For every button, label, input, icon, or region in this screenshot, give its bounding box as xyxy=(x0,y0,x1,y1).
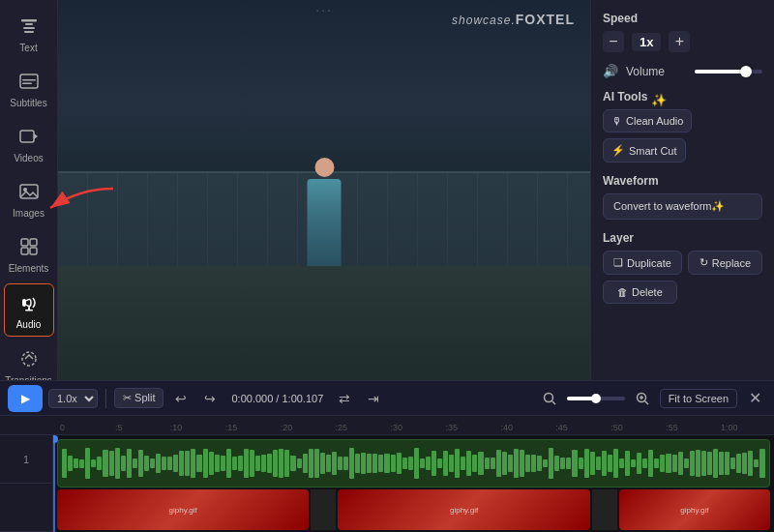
smart-cut-label: Smart Cut xyxy=(629,145,677,157)
undo-icon: ↩ xyxy=(175,391,187,406)
sidebar-item-text[interactable]: Text xyxy=(4,8,54,59)
sidebar-item-audio[interactable]: Audio xyxy=(4,283,54,337)
waveform-bar xyxy=(279,449,283,477)
waveform-bar xyxy=(290,456,295,471)
zoom-in-button[interactable] xyxy=(631,387,654,410)
waveform-bar xyxy=(631,459,636,468)
close-button[interactable]: ✕ xyxy=(743,387,766,410)
sidebar-item-transitions[interactable]: Transitions xyxy=(4,340,54,380)
waveform-bar xyxy=(648,450,653,477)
zoom-search-button[interactable] xyxy=(538,387,561,410)
sidebar-item-videos[interactable]: Videos xyxy=(4,118,54,169)
waveform-bar xyxy=(713,449,718,477)
transitions-icon xyxy=(18,348,40,372)
gif-clip-3[interactable]: giphy.gif xyxy=(338,489,589,530)
clean-audio-button[interactable]: 🎙 Clean Audio xyxy=(603,109,692,133)
waveform-bar xyxy=(531,455,536,471)
waveform-bar xyxy=(491,458,495,468)
waveform-bar xyxy=(725,452,729,475)
svg-rect-6 xyxy=(22,83,32,85)
waveform-bar xyxy=(485,458,490,468)
subtitles-icon xyxy=(18,71,40,95)
waveform-bar xyxy=(167,457,172,471)
convert-waveform-button[interactable]: Convert to waveform✨ xyxy=(603,193,762,220)
waveform-bar xyxy=(238,456,243,471)
smart-cut-icon: ⚡ xyxy=(611,144,625,157)
speed-plus-button[interactable]: + xyxy=(669,31,690,52)
waveform-bar xyxy=(478,452,483,475)
waveform-bar xyxy=(432,451,436,476)
svg-rect-1 xyxy=(25,23,33,25)
zoom-slider[interactable] xyxy=(567,397,625,400)
volume-slider[interactable] xyxy=(695,70,762,74)
waveform-bar xyxy=(402,458,407,469)
waveform-bar xyxy=(179,451,184,475)
smart-cut-button[interactable]: ⚡ Smart Cut xyxy=(603,138,686,163)
waveform-bar xyxy=(461,457,465,471)
replace-button[interactable]: ↻ Replace xyxy=(688,251,762,275)
undo-button[interactable]: ↩ xyxy=(169,387,193,410)
waveform-bar xyxy=(109,451,114,475)
track-label-gif xyxy=(0,484,52,532)
sidebar-item-images[interactable]: Images xyxy=(4,173,54,224)
speed-select[interactable]: 1.0x 0.5x 1.5x 2.0x xyxy=(48,389,98,408)
waveform-bar xyxy=(678,452,683,476)
fit-screen-button[interactable]: Fit to Screen xyxy=(660,389,737,408)
audio-track[interactable] xyxy=(57,439,770,488)
play-button[interactable]: ▶ xyxy=(8,385,43,412)
duplicate-button[interactable]: ❑ Duplicate xyxy=(603,251,682,275)
layer-buttons: ❑ Duplicate ↻ Replace 🗑 Delete xyxy=(603,251,762,304)
waveform-bar xyxy=(79,459,84,468)
gif-clip-2[interactable] xyxy=(311,489,336,530)
waveform-bar xyxy=(162,457,166,470)
waveform-bar xyxy=(349,448,354,478)
waveform-bar xyxy=(150,458,155,468)
ai-sparkle-icon: ✨ xyxy=(651,93,667,107)
sidebar-item-subtitles[interactable]: Subtitles xyxy=(4,63,54,114)
gif-clip-4[interactable] xyxy=(592,489,617,530)
link-icon: ⇄ xyxy=(339,391,350,406)
jump-button[interactable]: ⇥ xyxy=(362,387,385,410)
waveform-bar xyxy=(701,451,706,476)
svg-line-30 xyxy=(644,400,648,404)
waveform-bar xyxy=(255,456,260,472)
waveform-bar xyxy=(303,454,308,473)
convert-waveform-label: Convert to waveform✨ xyxy=(613,200,725,213)
gif-clip-1[interactable]: giphy.gif xyxy=(57,489,309,530)
split-label: ✂ Split xyxy=(123,392,155,404)
svg-rect-2 xyxy=(23,27,35,29)
video-frame: showcase.FOXTEL ··· xyxy=(58,0,590,380)
replace-icon: ↻ xyxy=(700,256,708,269)
gif-clip-5[interactable]: giphy.gif xyxy=(619,489,770,530)
waveform-bar xyxy=(133,458,137,469)
svg-rect-12 xyxy=(30,239,37,246)
waveform-bar xyxy=(520,450,524,478)
waveform-bar xyxy=(759,449,764,479)
waveform-bar xyxy=(672,455,677,473)
svg-rect-5 xyxy=(22,79,36,81)
waveform-bar xyxy=(244,449,249,477)
jump-icon: ⇥ xyxy=(368,391,379,406)
sidebar-item-elements[interactable]: Elements xyxy=(4,228,54,280)
waveform-bar xyxy=(472,455,477,472)
audio-icon xyxy=(18,292,40,316)
waveform-bar xyxy=(378,455,383,472)
waveform-bar xyxy=(566,458,571,470)
waveform-bar xyxy=(730,458,735,470)
link-button[interactable]: ⇄ xyxy=(333,387,356,410)
waveform-bar xyxy=(284,450,289,478)
redo-button[interactable]: ↪ xyxy=(198,387,222,410)
tracks-area: giphy.gif giphy.gif giphy.gif xyxy=(53,435,774,532)
waveform-bar xyxy=(261,455,266,473)
waveform-bar xyxy=(736,454,741,473)
waveform-bar xyxy=(156,454,161,472)
waveform-bar xyxy=(690,451,695,475)
delete-button[interactable]: 🗑 Delete xyxy=(603,281,677,304)
split-button[interactable]: ✂ Split xyxy=(114,388,164,408)
zoom-thumb xyxy=(591,394,601,403)
waveform-bar xyxy=(68,456,73,472)
speed-minus-button[interactable]: − xyxy=(603,31,624,52)
waveform-bar xyxy=(320,453,325,473)
waveform-bar xyxy=(173,455,178,472)
waveform-bar xyxy=(637,453,641,474)
